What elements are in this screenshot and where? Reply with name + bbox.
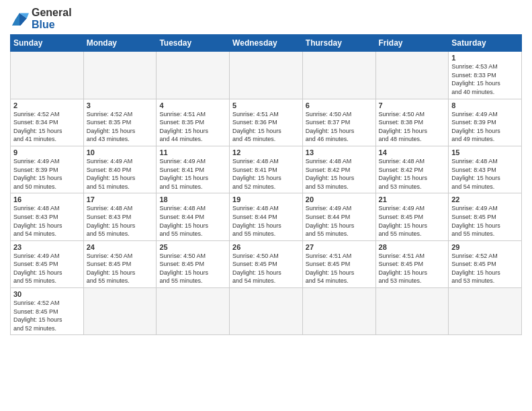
calendar-cell: 20Sunrise: 4:49 AM Sunset: 8:44 PM Dayli… [302,193,375,240]
calendar-cell: 15Sunrise: 4:48 AM Sunset: 8:43 PM Dayli… [449,146,522,193]
day-number: 22 [451,195,519,203]
day-number: 3 [87,101,154,109]
calendar-week-row: 16Sunrise: 4:48 AM Sunset: 8:43 PM Dayli… [11,193,522,240]
day-number: 21 [379,195,446,203]
calendar-cell: 28Sunrise: 4:51 AM Sunset: 8:45 PM Dayli… [375,240,449,287]
calendar-cell [375,288,449,335]
day-number: 4 [159,101,226,109]
day-number: 5 [232,101,300,109]
calendar-cell: 2Sunrise: 4:52 AM Sunset: 8:34 PM Daylig… [11,99,84,146]
calendar-cell: 29Sunrise: 4:52 AM Sunset: 8:45 PM Dayli… [449,240,522,287]
weekday-header-friday: Friday [375,35,449,52]
svg-marker-2 [12,13,19,26]
day-number: 20 [306,195,373,203]
day-info: Sunrise: 4:49 AM Sunset: 8:45 PM Dayligh… [13,252,81,285]
calendar-cell [302,52,375,99]
calendar-cell [157,52,230,99]
logo: General Blue [10,7,72,30]
day-info: Sunrise: 4:48 AM Sunset: 8:43 PM Dayligh… [87,204,154,238]
calendar-cell [83,288,157,335]
weekday-header-thursday: Thursday [302,35,375,52]
calendar-cell [375,52,449,99]
calendar-cell: 7Sunrise: 4:50 AM Sunset: 8:38 PM Daylig… [375,99,449,146]
day-number: 30 [13,290,81,298]
day-number: 27 [306,243,373,251]
day-info: Sunrise: 4:53 AM Sunset: 8:33 PM Dayligh… [451,62,519,96]
calendar-cell: 22Sunrise: 4:49 AM Sunset: 8:45 PM Dayli… [449,193,522,240]
header: General Blue [10,7,522,30]
day-info: Sunrise: 4:49 AM Sunset: 8:40 PM Dayligh… [87,157,154,191]
day-info: Sunrise: 4:49 AM Sunset: 8:39 PM Dayligh… [13,157,81,191]
calendar-cell: 12Sunrise: 4:48 AM Sunset: 8:41 PM Dayli… [230,146,303,193]
calendar-week-row: 30Sunrise: 4:52 AM Sunset: 8:45 PM Dayli… [11,288,522,335]
calendar-cell: 4Sunrise: 4:51 AM Sunset: 8:35 PM Daylig… [157,99,230,146]
calendar-cell: 8Sunrise: 4:49 AM Sunset: 8:39 PM Daylig… [449,99,522,146]
day-number: 8 [451,101,519,109]
calendar-cell: 30Sunrise: 4:52 AM Sunset: 8:45 PM Dayli… [11,288,84,335]
day-number: 18 [159,195,226,203]
day-number: 11 [159,148,226,156]
day-info: Sunrise: 4:50 AM Sunset: 8:45 PM Dayligh… [232,252,300,285]
calendar-week-row: 2Sunrise: 4:52 AM Sunset: 8:34 PM Daylig… [11,99,522,146]
calendar-cell: 3Sunrise: 4:52 AM Sunset: 8:35 PM Daylig… [83,99,157,146]
calendar-cell: 26Sunrise: 4:50 AM Sunset: 8:45 PM Dayli… [230,240,303,287]
day-number: 9 [13,148,81,156]
weekday-header-saturday: Saturday [449,35,522,52]
day-number: 10 [87,148,154,156]
day-number: 16 [13,195,81,203]
day-info: Sunrise: 4:52 AM Sunset: 8:45 PM Dayligh… [451,252,519,285]
day-info: Sunrise: 4:52 AM Sunset: 8:35 PM Dayligh… [87,110,154,144]
weekday-header-row: SundayMondayTuesdayWednesdayThursdayFrid… [11,35,522,52]
calendar-cell: 24Sunrise: 4:50 AM Sunset: 8:45 PM Dayli… [83,240,157,287]
day-info: Sunrise: 4:50 AM Sunset: 8:37 PM Dayligh… [306,110,373,144]
day-number: 12 [232,148,300,156]
calendar-cell: 21Sunrise: 4:49 AM Sunset: 8:45 PM Dayli… [375,193,449,240]
day-info: Sunrise: 4:48 AM Sunset: 8:41 PM Dayligh… [232,157,300,191]
calendar-cell: 14Sunrise: 4:48 AM Sunset: 8:42 PM Dayli… [375,146,449,193]
day-number: 13 [306,148,373,156]
weekday-header-wednesday: Wednesday [230,35,303,52]
calendar-cell: 6Sunrise: 4:50 AM Sunset: 8:37 PM Daylig… [302,99,375,146]
day-info: Sunrise: 4:51 AM Sunset: 8:45 PM Dayligh… [306,252,373,285]
day-info: Sunrise: 4:50 AM Sunset: 8:45 PM Dayligh… [87,252,154,285]
calendar-cell: 13Sunrise: 4:48 AM Sunset: 8:42 PM Dayli… [302,146,375,193]
day-number: 19 [232,195,300,203]
day-number: 24 [87,243,154,251]
day-info: Sunrise: 4:51 AM Sunset: 8:35 PM Dayligh… [159,110,226,144]
calendar-week-row: 23Sunrise: 4:49 AM Sunset: 8:45 PM Dayli… [11,240,522,287]
day-info: Sunrise: 4:51 AM Sunset: 8:45 PM Dayligh… [379,252,446,285]
day-info: Sunrise: 4:52 AM Sunset: 8:45 PM Dayligh… [13,299,81,332]
day-number: 28 [379,243,446,251]
calendar-week-row: 1Sunrise: 4:53 AM Sunset: 8:33 PM Daylig… [11,52,522,99]
calendar-cell [157,288,230,335]
day-number: 2 [13,101,81,109]
day-info: Sunrise: 4:48 AM Sunset: 8:43 PM Dayligh… [451,157,519,191]
calendar-cell [11,52,84,99]
day-info: Sunrise: 4:49 AM Sunset: 8:41 PM Dayligh… [159,157,226,191]
day-info: Sunrise: 4:48 AM Sunset: 8:44 PM Dayligh… [232,204,300,238]
calendar-cell: 19Sunrise: 4:48 AM Sunset: 8:44 PM Dayli… [230,193,303,240]
calendar-cell: 27Sunrise: 4:51 AM Sunset: 8:45 PM Dayli… [302,240,375,287]
day-number: 15 [451,148,519,156]
calendar-cell: 23Sunrise: 4:49 AM Sunset: 8:45 PM Dayli… [11,240,84,287]
calendar-week-row: 9Sunrise: 4:49 AM Sunset: 8:39 PM Daylig… [11,146,522,193]
calendar-cell [230,288,303,335]
calendar-cell [302,288,375,335]
day-info: Sunrise: 4:48 AM Sunset: 8:42 PM Dayligh… [379,157,446,191]
day-number: 17 [87,195,154,203]
day-info: Sunrise: 4:52 AM Sunset: 8:34 PM Dayligh… [13,110,81,144]
calendar-cell: 16Sunrise: 4:48 AM Sunset: 8:43 PM Dayli… [11,193,84,240]
day-info: Sunrise: 4:49 AM Sunset: 8:44 PM Dayligh… [306,204,373,238]
calendar-cell: 9Sunrise: 4:49 AM Sunset: 8:39 PM Daylig… [11,146,84,193]
day-info: Sunrise: 4:50 AM Sunset: 8:38 PM Dayligh… [379,110,446,144]
day-number: 23 [13,243,81,251]
day-number: 25 [159,243,226,251]
calendar-cell: 1Sunrise: 4:53 AM Sunset: 8:33 PM Daylig… [449,52,522,99]
logo-text: General Blue [32,7,72,30]
day-number: 29 [451,243,519,251]
day-info: Sunrise: 4:50 AM Sunset: 8:45 PM Dayligh… [159,252,226,285]
day-info: Sunrise: 4:49 AM Sunset: 8:39 PM Dayligh… [451,110,519,144]
day-info: Sunrise: 4:49 AM Sunset: 8:45 PM Dayligh… [451,204,519,238]
day-info: Sunrise: 4:48 AM Sunset: 8:44 PM Dayligh… [159,204,226,238]
weekday-header-sunday: Sunday [11,35,84,52]
